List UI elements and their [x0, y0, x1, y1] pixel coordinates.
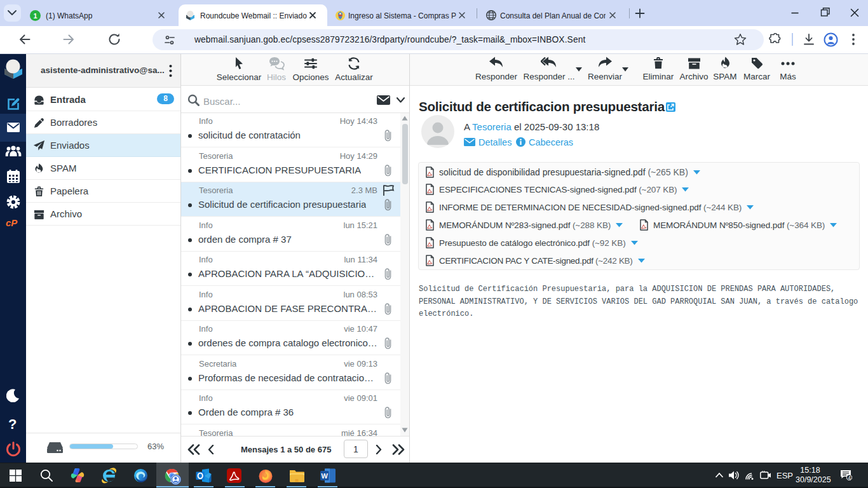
- svg-text:1: 1: [33, 12, 37, 20]
- svg-text:W: W: [322, 472, 329, 480]
- svg-text:4: 4: [848, 475, 851, 480]
